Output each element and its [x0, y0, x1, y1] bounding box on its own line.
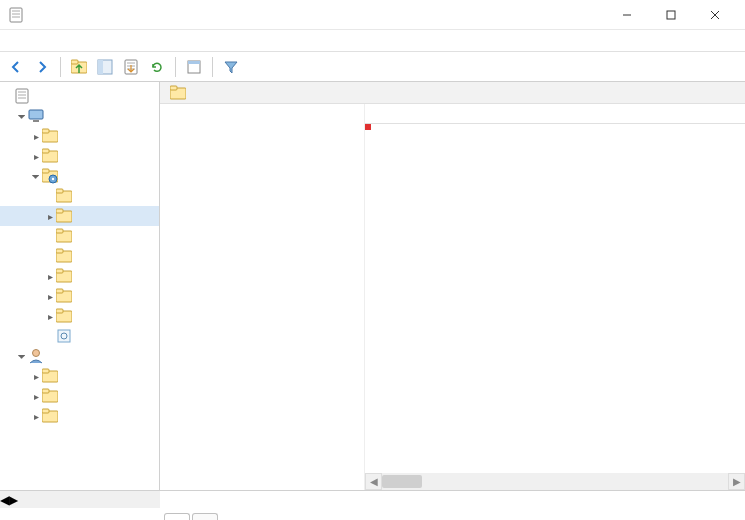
toolbar-separator: [175, 57, 176, 77]
tree-user-admin[interactable]: ▸: [0, 406, 159, 426]
toolbar-separator: [212, 57, 213, 77]
show-tree-button[interactable]: [93, 55, 117, 79]
tree-printers[interactable]: ▶: [0, 226, 159, 246]
export-button[interactable]: [119, 55, 143, 79]
menu-help[interactable]: [52, 39, 68, 43]
folder-icon: [42, 368, 58, 384]
tree-start-menu[interactable]: ▶: [0, 186, 159, 206]
folder-gear-icon: [42, 168, 58, 184]
folder-icon: [170, 85, 186, 101]
tree-system[interactable]: ▸: [0, 306, 159, 326]
folder-icon: [56, 308, 72, 324]
minimize-button[interactable]: [605, 0, 649, 30]
svg-rect-20: [98, 60, 103, 74]
gear-list-icon: [56, 328, 72, 344]
back-button[interactable]: [4, 55, 28, 79]
scroll-thumb[interactable]: [382, 475, 422, 488]
folder-icon: [42, 128, 58, 144]
folder-icon: [42, 388, 58, 404]
close-button[interactable]: [693, 0, 737, 30]
maximize-button[interactable]: [649, 0, 693, 30]
scroll-right-button[interactable]: ▶: [9, 493, 18, 507]
folder-icon: [56, 208, 72, 224]
menu-action[interactable]: [20, 39, 36, 43]
svg-rect-16: [667, 11, 675, 19]
doc-icon: [14, 88, 30, 104]
folder-icon: [56, 248, 72, 264]
tree-horizontal-scrollbar[interactable]: ◀ ▶: [0, 491, 160, 508]
tree-pane[interactable]: ▶ ⏷ ▸ ▸ ⏷ ▶ ▸ ▶ ▶ ▸ ▸ ▸ ▶ ⏷ ▸ ▸ ▸: [0, 82, 160, 490]
folder-icon: [56, 268, 72, 284]
path-bar: [160, 82, 745, 104]
folder-icon: [42, 148, 58, 164]
tree-root[interactable]: ▶: [0, 86, 159, 106]
view-tabs: [164, 491, 220, 520]
tree-user-windows[interactable]: ▸: [0, 386, 159, 406]
up-button[interactable]: [67, 55, 91, 79]
refresh-button[interactable]: [145, 55, 169, 79]
forward-button[interactable]: [30, 55, 54, 79]
bottom-bar: ◀ ▶: [0, 490, 745, 520]
toolbar-separator: [60, 57, 61, 77]
tree-admin-templates[interactable]: ⏷: [0, 166, 159, 186]
tree-user-software[interactable]: ▸: [0, 366, 159, 386]
body-area: ▶ ⏷ ▸ ▸ ⏷ ▶ ▸ ▶ ▶ ▸ ▸ ▸ ▶ ⏷ ▸ ▸ ▸: [0, 82, 745, 490]
tree-software-settings[interactable]: ▸: [0, 126, 159, 146]
content-pane: ◀ ▶: [160, 82, 745, 490]
folder-icon: [56, 228, 72, 244]
description-column: [160, 104, 365, 490]
content-body: ◀ ▶: [160, 104, 745, 490]
tree-user-config[interactable]: ⏷: [0, 346, 159, 366]
tab-extended[interactable]: [164, 513, 190, 520]
scroll-left-button[interactable]: ◀: [0, 493, 9, 507]
toolbar: [0, 52, 745, 82]
folder-icon: [42, 408, 58, 424]
user-icon: [28, 348, 44, 364]
app-icon: [8, 7, 24, 23]
filter-button[interactable]: [219, 55, 243, 79]
properties-button[interactable]: [182, 55, 206, 79]
settings-list[interactable]: ◀ ▶: [365, 104, 745, 490]
menu-bar: [0, 30, 745, 52]
tree-windows-components[interactable]: ▸: [0, 206, 159, 226]
tree-server[interactable]: ▶: [0, 246, 159, 266]
tree-network[interactable]: ▸: [0, 286, 159, 306]
folder-icon: [56, 288, 72, 304]
tree-control-panel[interactable]: ▸: [0, 266, 159, 286]
horizontal-scrollbar[interactable]: ◀ ▶: [365, 473, 745, 490]
scroll-track[interactable]: [382, 473, 728, 490]
scroll-left-button[interactable]: ◀: [365, 473, 382, 490]
title-bar: [0, 0, 745, 30]
highlight-annotation: [365, 124, 371, 130]
list-header[interactable]: [365, 104, 745, 124]
scroll-right-button[interactable]: ▶: [728, 473, 745, 490]
menu-file[interactable]: [4, 39, 20, 43]
folder-icon: [56, 188, 72, 204]
svg-rect-22: [188, 61, 200, 64]
computer-icon: [28, 108, 44, 124]
menu-view[interactable]: [36, 39, 52, 43]
tab-standard[interactable]: [192, 513, 218, 520]
tree-windows-settings[interactable]: ▸: [0, 146, 159, 166]
tree-all-settings[interactable]: ▶: [0, 326, 159, 346]
tree-computer-config[interactable]: ⏷: [0, 106, 159, 126]
